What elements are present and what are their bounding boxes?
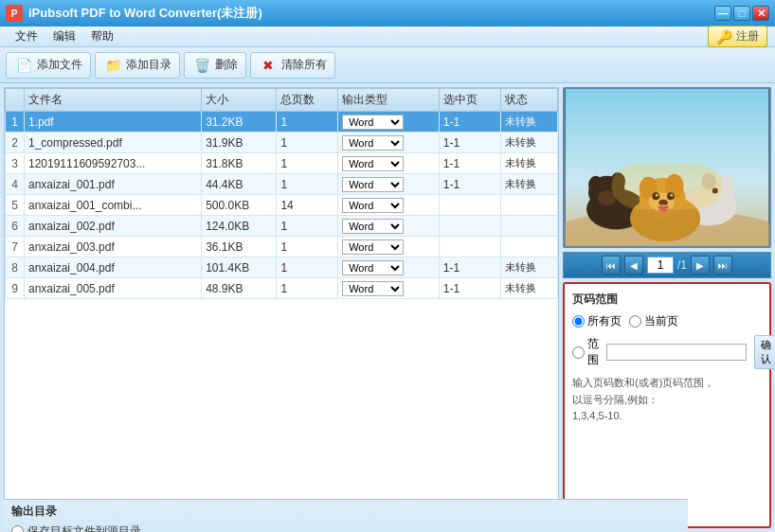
row-size: 31.8KB (202, 153, 277, 174)
table-row[interactable]: 9 anxaizai_005.pdf 48.9KB 1 Word 1-1 未转换 (6, 278, 558, 299)
row-type[interactable]: Word (338, 216, 440, 237)
row-status: 未转换 (500, 153, 558, 174)
next-page-button[interactable]: ▶ (691, 256, 710, 275)
current-page-input[interactable] (647, 257, 674, 274)
row-type[interactable]: Word (338, 153, 440, 174)
type-select[interactable]: Word (342, 156, 404, 171)
current-page-radio[interactable] (629, 315, 641, 328)
row-status: 未转换 (500, 112, 558, 133)
confirm-button[interactable]: 确认 (754, 335, 775, 369)
row-selected: 1-1 (439, 257, 500, 278)
all-pages-radio[interactable] (572, 315, 585, 328)
type-select[interactable]: Word (342, 219, 404, 234)
col-num (6, 89, 25, 112)
save-source-label[interactable]: 保存目标文件到源目录 (11, 523, 141, 532)
row-type[interactable]: Word (338, 174, 440, 195)
type-select[interactable]: Word (342, 281, 404, 296)
type-select[interactable]: Word (342, 198, 404, 213)
svg-point-10 (721, 175, 734, 192)
delete-button[interactable]: 🗑️ 删除 (184, 52, 246, 79)
all-pages-radio-label[interactable]: 所有页 (572, 313, 622, 329)
row-num: 7 (6, 237, 25, 257)
row-pages: 1 (277, 133, 338, 153)
output-section: 输出目录 保存目标文件到源目录 自定义 浏览 打开 (4, 499, 688, 532)
right-panel: ⏮ ◀ /1 ▶ ⏭ 页码范围 所有页 当前页 (563, 87, 771, 528)
row-type[interactable]: Word (338, 133, 440, 153)
col-selectedpages: 选中页 (439, 89, 500, 112)
minimize-button[interactable]: — (714, 6, 731, 21)
row-pages: 1 (277, 112, 338, 133)
maximize-button[interactable]: □ (733, 6, 750, 21)
register-button[interactable]: 🔑 注册 (708, 26, 767, 47)
row-filename: anxaizai_001_combi... (25, 195, 202, 216)
nav-controls: ⏮ ◀ /1 ▶ ⏭ (563, 252, 771, 278)
row-num: 6 (6, 216, 25, 237)
table-row[interactable]: 3 12019111609592703... 31.8KB 1 Word 1-1… (6, 153, 558, 174)
current-page-label: 当前页 (644, 313, 678, 329)
preview-image (565, 89, 769, 246)
type-select[interactable]: Word (342, 115, 404, 130)
row-filename: 1_compressed.pdf (25, 133, 202, 153)
table-row[interactable]: 2 1_compressed.pdf 31.9KB 1 Word 1-1 未转换 (6, 133, 558, 153)
row-pages: 14 (277, 195, 338, 216)
row-type[interactable]: Word (338, 278, 440, 299)
type-select[interactable]: Word (342, 260, 404, 275)
last-page-button[interactable]: ⏭ (713, 256, 732, 275)
add-dir-icon: 📁 (103, 56, 122, 75)
row-filename: anxaizai_003.pdf (25, 237, 202, 257)
menu-file[interactable]: 文件 (8, 27, 45, 46)
add-file-button[interactable]: 📄 添加文件 (6, 52, 91, 79)
key-icon: 🔑 (716, 29, 732, 44)
range-radio[interactable] (572, 346, 585, 359)
row-num: 2 (6, 133, 25, 153)
row-status: 未转换 (500, 133, 558, 153)
menu-help[interactable]: 帮助 (83, 27, 121, 46)
row-selected: 1-1 (439, 278, 500, 299)
table-row[interactable]: 8 anxaizai_004.pdf 101.4KB 1 Word 1-1 未转… (6, 257, 558, 278)
range-input[interactable] (606, 344, 747, 361)
table-row[interactable]: 5 anxaizai_001_combi... 500.0KB 14 Word (6, 195, 558, 216)
row-size: 44.4KB (202, 174, 277, 195)
row-type[interactable]: Word (338, 257, 440, 278)
first-page-button[interactable]: ⏮ (602, 256, 621, 275)
row-type[interactable]: Word (338, 112, 440, 133)
clear-all-button[interactable]: ✖ 清除所有 (250, 52, 335, 79)
row-selected (439, 216, 500, 237)
row-size: 48.9KB (202, 278, 277, 299)
type-select[interactable]: Word (342, 177, 404, 192)
range-hint: 输入页码数和(或者)页码范围，以逗号分隔,例如：1,3,4,5-10. (572, 375, 762, 425)
col-filename: 文件名 (25, 89, 202, 112)
range-label: 范围 (587, 336, 599, 368)
row-filename: anxaizai_005.pdf (25, 278, 202, 299)
row-pages: 1 (277, 153, 338, 174)
table-row[interactable]: 6 anxaizai_002.pdf 124.0KB 1 Word (6, 216, 558, 237)
title-text: iPubsoft PDF to Word Converter(未注册) (28, 5, 262, 22)
row-pages: 1 (277, 174, 338, 195)
row-status (500, 237, 558, 257)
range-radio-label[interactable]: 范围 (572, 336, 599, 368)
svg-rect-23 (611, 163, 722, 209)
file-table-scroll[interactable]: 文件名 大小 总页数 输出类型 选中页 状态 1 1.pdf 31.2KB 1 … (5, 88, 558, 516)
table-row[interactable]: 4 anxaizai_001.pdf 44.4KB 1 Word 1-1 未转换 (6, 174, 558, 195)
type-select[interactable]: Word (342, 239, 404, 255)
row-selected: 1-1 (439, 112, 500, 133)
current-page-radio-label[interactable]: 当前页 (629, 313, 678, 329)
row-pages: 1 (277, 216, 338, 237)
app-icon: P (6, 5, 23, 22)
row-num: 3 (6, 153, 25, 174)
prev-page-button[interactable]: ◀ (624, 256, 643, 275)
table-row[interactable]: 1 1.pdf 31.2KB 1 Word 1-1 未转换 (6, 112, 558, 133)
add-dir-button[interactable]: 📁 添加目录 (95, 52, 180, 79)
row-type[interactable]: Word (338, 195, 440, 216)
close-button[interactable]: ✕ (752, 6, 769, 21)
table-row[interactable]: 7 anxaizai_003.pdf 36.1KB 1 Word (6, 237, 558, 257)
row-pages: 1 (277, 257, 338, 278)
row-pages: 1 (277, 237, 338, 257)
save-source-radio[interactable] (11, 525, 24, 532)
row-status: 未转换 (500, 257, 558, 278)
type-select[interactable]: Word (342, 135, 404, 151)
menu-edit[interactable]: 编辑 (45, 27, 83, 46)
register-label: 注册 (736, 28, 759, 44)
main-area: 文件名 大小 总页数 输出类型 选中页 状态 1 1.pdf 31.2KB 1 … (0, 83, 775, 532)
row-type[interactable]: Word (338, 237, 440, 257)
